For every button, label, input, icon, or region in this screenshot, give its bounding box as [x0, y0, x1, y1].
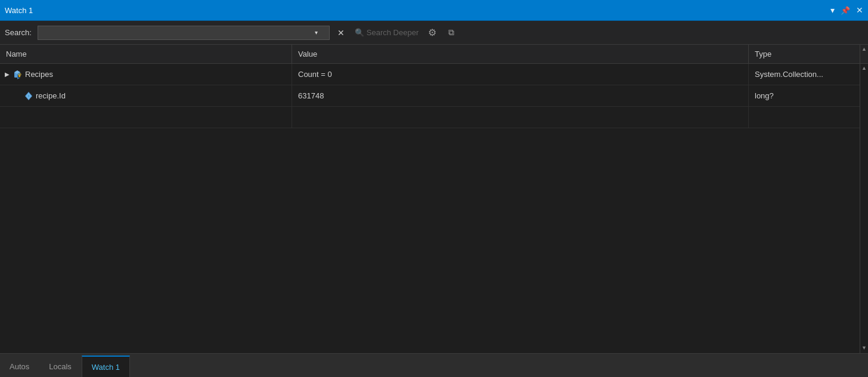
search-deeper-icon: 🔍 — [355, 28, 364, 37]
recipes-name: Recipes — [25, 70, 53, 79]
toolbar: Search: ▾ ✕ 🔍 Search Deeper ⚙ ⧉ — [0, 21, 868, 45]
search-input-wrapper: ▾ — [38, 26, 330, 40]
tab-bar: Autos Locals Watch 1 — [0, 353, 868, 377]
collapse-button[interactable]: ⧉ — [444, 25, 459, 41]
title-bar-controls: ▾ 📌 ✕ — [830, 5, 863, 15]
tab-locals[interactable]: Locals — [39, 356, 82, 377]
scrollbar-top-area: ▲ — [860, 45, 868, 63]
watch-table: Name Value Type ▲ ▶ — [0, 45, 868, 353]
recipe-id-type: long? — [749, 85, 868, 106]
recipe-id-value: 631748 — [292, 85, 749, 106]
recipes-icon — [13, 70, 23, 79]
pin-icon[interactable]: 📌 — [841, 6, 850, 15]
recipe-id-name: recipe.Id — [36, 91, 66, 100]
search-deeper-label: Search Deeper — [367, 28, 418, 37]
empty-row-value — [292, 107, 749, 128]
title-bar: Watch 1 ▾ 📌 ✕ — [0, 0, 868, 21]
search-dropdown-button[interactable]: ▾ — [312, 29, 320, 36]
empty-row[interactable] — [0, 107, 868, 128]
gear-button[interactable]: ⚙ — [424, 25, 440, 41]
tab-autos[interactable]: Autos — [0, 356, 39, 377]
scroll-up-arrow[interactable]: ▲ — [860, 46, 868, 52]
scroll-up-btn[interactable]: ▲ — [860, 64, 868, 72]
recipe-id-icon — [24, 91, 33, 101]
clear-icon: ✕ — [337, 28, 345, 38]
table-header: Name Value Type ▲ — [0, 45, 868, 64]
empty-row-type — [749, 107, 868, 128]
scrollbar-right: ▲ ▼ — [860, 64, 868, 353]
column-header-name: Name — [0, 45, 292, 63]
recipes-value: Count = 0 — [292, 64, 749, 85]
table-row[interactable]: ▶ Recipes Count = 0 — [0, 64, 868, 85]
column-header-type: Type — [749, 45, 868, 63]
search-input[interactable] — [38, 28, 312, 37]
clear-button[interactable]: ✕ — [333, 25, 349, 41]
table-body: ▶ Recipes Count = 0 — [0, 64, 868, 353]
window-title: Watch 1 — [5, 6, 33, 15]
close-icon[interactable]: ✕ — [856, 5, 863, 15]
search-deeper-button[interactable]: 🔍 Search Deeper — [352, 28, 421, 37]
scroll-down-btn[interactable]: ▼ — [860, 344, 868, 352]
collapse-icon: ⧉ — [448, 27, 454, 38]
dropdown-icon[interactable]: ▾ — [830, 5, 835, 15]
column-header-value: Value — [292, 45, 749, 63]
recipes-type: System.Collection... — [749, 64, 868, 85]
empty-row-name — [0, 107, 292, 128]
row-name-recipes: ▶ Recipes — [0, 64, 292, 85]
table-row[interactable]: recipe.Id 631748 long? — [0, 85, 868, 107]
tab-watch1[interactable]: Watch 1 — [82, 356, 130, 377]
row-name-recipe-id: recipe.Id — [0, 85, 292, 106]
gear-icon: ⚙ — [428, 28, 436, 38]
search-label: Search: — [5, 28, 32, 37]
expand-arrow-recipes[interactable]: ▶ — [5, 71, 10, 78]
